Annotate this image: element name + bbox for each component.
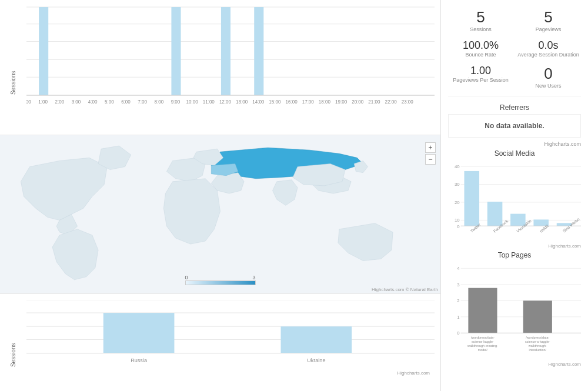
svg-rect-52 — [280, 326, 352, 353]
svg-text:science-kaggle-: science-kaggle- — [472, 340, 494, 343]
map-legend: 0 3 — [185, 275, 256, 285]
svg-text:22:00: 22:00 — [385, 99, 397, 105]
country-chart-area: 0 1 2 3 4 Russia Ukraine — [26, 300, 435, 370]
svg-text:4:00: 4:00 — [88, 99, 98, 105]
svg-text:10: 10 — [455, 218, 460, 223]
svg-rect-15 — [254, 7, 263, 95]
svg-text:15:00: 15:00 — [269, 99, 281, 105]
no-data-text: No data available. — [485, 122, 544, 130]
map-legend-bar — [185, 280, 256, 285]
stats-grid: 5 Sessions 5 Pageviews 100.0% Bounce Rat… — [448, 6, 581, 96]
map-legend-max: 3 — [252, 275, 255, 280]
new-users-label: New Users — [517, 83, 580, 89]
stat-new-users: 0 New Users — [516, 62, 581, 91]
pageviews-per-session-label: Pageviews Per Session — [449, 77, 512, 83]
svg-rect-12 — [39, 7, 48, 95]
map-zoom-out[interactable]: − — [425, 154, 436, 165]
avg-session-value: 0.0s — [517, 39, 580, 52]
social-media-svg: 40 30 20 10 0 Twitter Facebook Vkontakte… — [448, 160, 581, 242]
svg-rect-14 — [221, 7, 230, 95]
country-highcharts-credit: Highcharts.com — [397, 370, 430, 376]
bounce-rate-value: 100.0% — [449, 39, 512, 52]
new-users-value: 0 — [517, 65, 580, 83]
sessions-chart-area: 0 0.25 0.5 0.75 1 1.25 0:00 1:00 — [26, 6, 435, 118]
top-pages-highcharts-credit: Highcharts.com — [448, 362, 581, 367]
svg-text:Russia: Russia — [131, 357, 148, 363]
sessions-time-chart: Sessions 0 0.25 0.5 0.75 1 1.25 — [0, 0, 440, 135]
svg-text:3: 3 — [457, 282, 460, 288]
svg-text:1: 1 — [457, 315, 459, 320]
svg-text:model/: model/ — [478, 348, 488, 352]
svg-text:/wordpress/data-: /wordpress/data- — [526, 336, 549, 339]
svg-text:18:00: 18:00 — [319, 99, 331, 105]
svg-rect-13 — [171, 7, 181, 95]
svg-text:7:00: 7:00 — [138, 99, 147, 105]
svg-text:17:00: 17:00 — [302, 99, 315, 105]
svg-text:12:00: 12:00 — [219, 99, 232, 105]
referrers-title: Referrers — [448, 103, 581, 112]
svg-text:5:00: 5:00 — [105, 99, 114, 105]
svg-text:30: 30 — [455, 182, 460, 187]
svg-rect-88 — [523, 300, 552, 333]
sessions-value: 5 — [449, 8, 512, 26]
avg-session-label: Average Session Duration — [517, 52, 580, 58]
sessions-y-axis-label: Sessions — [10, 71, 16, 95]
pageviews-label: Pageviews — [517, 26, 580, 32]
world-map: + − — [0, 135, 440, 294]
svg-text:walkthrough-: walkthrough- — [528, 344, 547, 347]
svg-text:10:00: 10:00 — [186, 99, 199, 105]
map-legend-min: 0 — [185, 275, 188, 280]
map-zoom-controls[interactable]: + − — [425, 142, 436, 165]
svg-text:2:00: 2:00 — [55, 99, 64, 105]
svg-text:0:00: 0:00 — [26, 99, 31, 105]
svg-text:14:00: 14:00 — [252, 99, 265, 105]
svg-text:9:00: 9:00 — [171, 99, 181, 105]
stat-pageviews: 5 Pageviews — [516, 6, 581, 35]
map-svg — [0, 135, 440, 293]
svg-text:4: 4 — [457, 266, 460, 271]
svg-text:21:00: 21:00 — [368, 99, 380, 105]
svg-text:19:00: 19:00 — [335, 99, 348, 105]
right-panel: 5 Sessions 5 Pageviews 100.0% Bounce Rat… — [441, 0, 588, 391]
svg-text:0: 0 — [457, 330, 460, 336]
pageviews-value: 5 — [517, 8, 580, 26]
svg-text:13:00: 13:00 — [236, 99, 248, 105]
svg-text:40: 40 — [455, 164, 460, 169]
country-chart-svg: 0 1 2 3 4 Russia Ukraine — [26, 300, 435, 368]
svg-rect-51 — [103, 313, 175, 353]
svg-text:16:00: 16:00 — [286, 99, 298, 105]
stat-sessions: 5 Sessions — [448, 6, 513, 35]
country-chart-credit: Highcharts.com — [26, 370, 435, 376]
map-credit: Highcharts.com © Natural Earth — [372, 287, 438, 292]
svg-rect-65 — [465, 171, 480, 226]
svg-text:walkthrough-creating-: walkthrough-creating- — [467, 344, 498, 347]
svg-text:23:00: 23:00 — [402, 99, 414, 105]
map-zoom-in[interactable]: + — [425, 142, 436, 153]
left-panel: Sessions 0 0.25 0.5 0.75 1 1.25 — [0, 0, 441, 391]
svg-text:20:00: 20:00 — [352, 99, 364, 105]
social-media-title: Social Media — [448, 149, 581, 158]
stat-pageviews-per-session: 1.00 Pageviews Per Session — [448, 62, 513, 91]
stat-bounce-rate: 100.0% Bounce Rate — [448, 37, 513, 60]
referrers-highcharts-credit: Highcharts.com — [448, 141, 581, 147]
top-pages-title: Top Pages — [448, 251, 581, 259]
svg-text:0: 0 — [457, 224, 460, 229]
social-highcharts-credit: Highcharts.com — [448, 243, 581, 249]
svg-text:/wordpress/data-: /wordpress/data- — [471, 336, 495, 339]
svg-text:introduction/: introduction/ — [529, 348, 547, 352]
svg-text:20: 20 — [455, 200, 460, 205]
svg-text:3:00: 3:00 — [72, 99, 81, 105]
top-pages-svg: 4 3 2 1 0 /wordpress/data- science-kaggl… — [448, 262, 581, 362]
pageviews-per-session-value: 1.00 — [449, 65, 512, 77]
svg-text:Ukraine: Ukraine — [307, 357, 325, 363]
country-bar-chart: Sessions 0 1 2 3 4 — [0, 294, 440, 385]
bounce-rate-label: Bounce Rate — [449, 52, 512, 58]
referrers-no-data: No data available. — [448, 114, 581, 138]
svg-text:2: 2 — [457, 298, 459, 303]
social-media-chart: 40 30 20 10 0 Twitter Facebook Vkontakte… — [448, 160, 581, 242]
top-pages-chart: 4 3 2 1 0 /wordpress/data- science-kaggl… — [448, 262, 581, 362]
sessions-label: Sessions — [449, 26, 512, 32]
svg-text:6:00: 6:00 — [121, 99, 131, 105]
svg-text:8:00: 8:00 — [154, 99, 163, 105]
sessions-chart-svg: 0 0.25 0.5 0.75 1 1.25 0:00 1:00 — [26, 6, 435, 118]
